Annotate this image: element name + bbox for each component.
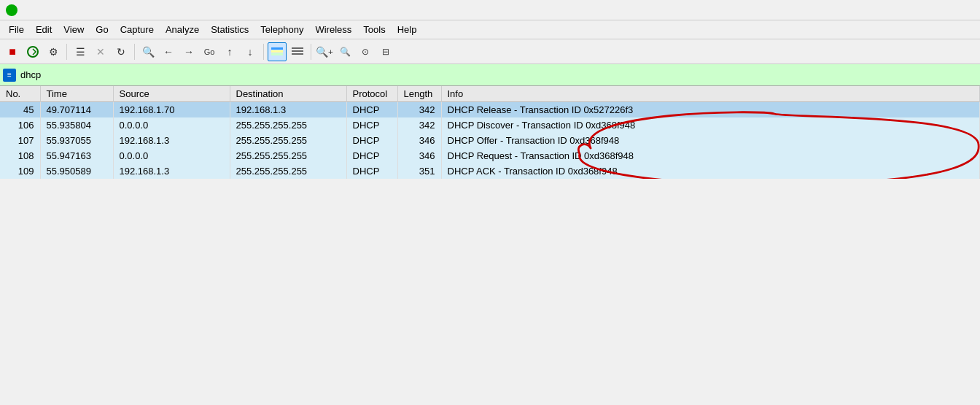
interface-list-button[interactable]: ☰ [71, 42, 90, 61]
menu-wireless[interactable]: Wireless [309, 22, 357, 37]
cell-length: 346 [397, 148, 441, 163]
last-packet-button[interactable]: ↓ [241, 42, 260, 61]
cell-info: DHCP Discover - Transaction ID 0xd368f94… [441, 117, 980, 133]
svg-rect-4 [292, 47, 303, 49]
cell-destination: 255.255.255.255 [230, 163, 346, 179]
cell-source: 0.0.0.0 [113, 148, 230, 163]
go-to-packet-button[interactable]: Go [200, 42, 219, 61]
table-row[interactable]: 4549.707114192.168.1.70192.168.1.3DHCP34… [0, 102, 980, 118]
title-bar [0, 0, 980, 20]
table-header-row: No. Time Source Destination Protocol Len… [0, 86, 980, 102]
separator-4 [311, 44, 311, 60]
table-row[interactable]: 10755.937055192.168.1.3255.255.255.255DH… [0, 133, 980, 148]
cell-info: DHCP Offer - Transaction ID 0xd368f948 [441, 133, 980, 148]
table-row[interactable]: 10655.9358040.0.0.0255.255.255.255DHCP34… [0, 117, 980, 133]
col-header-time: Time [40, 86, 113, 102]
cell-no: 109 [0, 163, 40, 179]
svg-rect-2 [271, 50, 283, 53]
cell-no: 106 [0, 117, 40, 133]
cell-source: 192.168.1.3 [113, 133, 230, 148]
cell-info: DHCP Release - Transaction ID 0x527226f3 [441, 102, 980, 118]
cell-destination: 192.168.1.3 [230, 102, 346, 118]
menu-tools[interactable]: Tools [357, 22, 391, 37]
cell-protocol: DHCP [346, 133, 397, 148]
menu-statistics[interactable]: Statistics [205, 22, 254, 37]
menu-view[interactable]: View [58, 22, 90, 37]
auto-scroll-button[interactable] [288, 42, 307, 61]
go-back-button[interactable]: ← [159, 42, 178, 61]
cell-protocol: DHCP [346, 117, 397, 133]
col-header-destination: Destination [230, 86, 346, 102]
svg-rect-1 [271, 47, 283, 50]
menu-analyze[interactable]: Analyze [160, 22, 205, 37]
menu-go[interactable]: Go [90, 22, 114, 37]
zoom-out-button[interactable]: 🔍 [335, 42, 354, 61]
packet-table: No. Time Source Destination Protocol Len… [0, 86, 980, 179]
capture-restart-button[interactable] [23, 42, 42, 61]
cell-length: 342 [397, 102, 441, 118]
find-packet-button[interactable]: 🔍 [139, 42, 158, 61]
menu-bar: File Edit View Go Capture Analyze Statis… [0, 20, 980, 39]
cell-length: 346 [397, 133, 441, 148]
stop-capture-button[interactable]: ✕ [91, 42, 110, 61]
refresh-button[interactable]: ↻ [112, 42, 131, 61]
separator-1 [66, 44, 67, 60]
separator-2 [134, 44, 135, 60]
cell-info: DHCP ACK - Transaction ID 0xd368f948 [441, 163, 980, 179]
cell-source: 0.0.0.0 [113, 117, 230, 133]
svg-rect-6 [292, 53, 303, 55]
filter-bar: ≡ [0, 64, 980, 86]
col-header-length: Length [397, 86, 441, 102]
cell-length: 342 [397, 117, 441, 133]
cell-time: 55.947163 [40, 148, 113, 163]
cell-protocol: DHCP [346, 163, 397, 179]
cell-destination: 255.255.255.255 [230, 148, 346, 163]
cell-protocol: DHCP [346, 148, 397, 163]
menu-help[interactable]: Help [392, 22, 423, 37]
cell-source: 192.168.1.3 [113, 163, 230, 179]
separator-3 [263, 44, 264, 60]
cell-source: 192.168.1.70 [113, 102, 230, 118]
col-header-no: No. [0, 86, 40, 102]
cell-time: 55.935804 [40, 117, 113, 133]
cell-protocol: DHCP [346, 102, 397, 118]
stop-button[interactable]: ■ [3, 42, 22, 61]
filter-icon: ≡ [3, 69, 16, 82]
cell-time: 55.950589 [40, 163, 113, 179]
col-header-source: Source [113, 86, 230, 102]
zoom-normal-button[interactable]: ⊙ [356, 42, 375, 61]
toolbar: ■ ⚙ ☰ ✕ ↻ 🔍 ← → Go ↑ ↓ 🔍+ 🔍 ⊙ [0, 39, 980, 64]
cell-time: 49.707114 [40, 102, 113, 118]
svg-rect-3 [271, 53, 283, 55]
table-row[interactable]: 10855.9471630.0.0.0255.255.255.255DHCP34… [0, 148, 980, 163]
packet-table-container: No. Time Source Destination Protocol Len… [0, 86, 980, 179]
menu-capture[interactable]: Capture [114, 22, 160, 37]
app-icon [6, 4, 18, 16]
settings-button[interactable]: ⚙ [44, 42, 63, 61]
cell-destination: 255.255.255.255 [230, 117, 346, 133]
zoom-in-button[interactable]: 🔍+ [315, 42, 334, 61]
menu-file[interactable]: File [3, 22, 30, 37]
col-header-protocol: Protocol [346, 86, 397, 102]
svg-rect-5 [292, 50, 303, 52]
cell-no: 45 [0, 102, 40, 118]
cell-time: 55.937055 [40, 133, 113, 148]
cell-info: DHCP Request - Transaction ID 0xd368f948 [441, 148, 980, 163]
cell-destination: 255.255.255.255 [230, 133, 346, 148]
menu-telephony[interactable]: Telephony [254, 22, 309, 37]
table-row[interactable]: 10955.950589192.168.1.3255.255.255.255DH… [0, 163, 980, 179]
colorize-button[interactable] [268, 42, 287, 61]
go-forward-button[interactable]: → [179, 42, 198, 61]
cell-no: 107 [0, 133, 40, 148]
cell-length: 351 [397, 163, 441, 179]
resize-columns-button[interactable]: ⊟ [376, 42, 395, 61]
first-packet-button[interactable]: ↑ [220, 42, 239, 61]
cell-no: 108 [0, 148, 40, 163]
menu-edit[interactable]: Edit [30, 22, 58, 37]
col-header-info: Info [441, 86, 980, 102]
filter-input[interactable] [20, 69, 977, 80]
